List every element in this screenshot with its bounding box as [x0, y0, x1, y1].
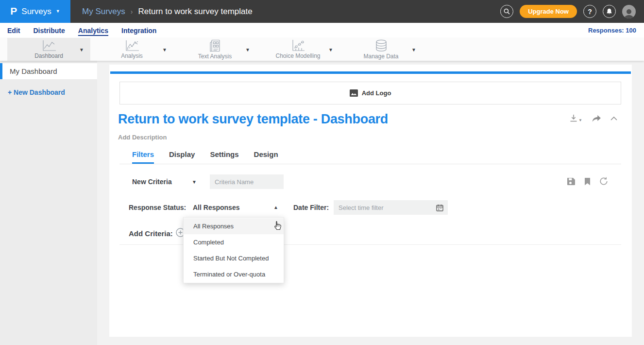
menu-item-terminated-overquota[interactable]: Terminated or Over-quota — [184, 266, 284, 282]
chevron-down-icon[interactable]: ▼ — [411, 47, 416, 52]
menu-item-all-responses[interactable]: All Responses — [184, 218, 284, 234]
text-analysis-icon — [209, 39, 221, 52]
reset-criteria-button[interactable] — [599, 177, 608, 186]
search-button[interactable] — [500, 5, 513, 18]
add-logo-dropzone[interactable]: Add Logo — [119, 82, 621, 104]
response-status-label: Response Status: — [129, 204, 186, 211]
tab-settings[interactable]: Settings — [210, 150, 238, 164]
chevron-down-icon: ▼ — [56, 9, 60, 14]
toolbar-label: Dashboard — [34, 52, 63, 59]
tab-display[interactable]: Display — [169, 150, 195, 164]
share-button[interactable] — [592, 115, 601, 122]
add-logo-label: Add Logo — [362, 89, 391, 97]
dashboard-chart-icon — [41, 40, 57, 52]
tab-filters[interactable]: Filters — [132, 150, 154, 164]
breadcrumb-my-surveys[interactable]: My Surveys — [82, 7, 125, 17]
bell-icon — [606, 8, 612, 15]
breadcrumb-current: Return to work survey template — [138, 7, 252, 17]
analysis-chart-icon — [124, 40, 140, 52]
topbar-actions: Upgrade Now ? — [500, 5, 644, 18]
response-status-dropdown[interactable]: All Responses — [193, 204, 239, 211]
product-switcher[interactable]: P Surveys ▼ — [0, 0, 70, 23]
dashboard-actions: ▼ — [570, 114, 617, 122]
product-name: Surveys — [21, 7, 51, 17]
add-criteria-label: Add Criteria: — [129, 229, 173, 238]
bookmark-icon — [584, 177, 591, 186]
nav-item-integration[interactable]: Integration — [121, 27, 156, 34]
image-icon — [350, 89, 358, 97]
calendar-icon — [436, 204, 443, 211]
nav-item-edit[interactable]: Edit — [7, 27, 20, 34]
questionpro-logo: P — [10, 5, 17, 17]
choice-modelling-icon — [291, 39, 305, 52]
new-dashboard-button[interactable]: + New Dashboard — [8, 88, 97, 96]
toolbar-item-choice-modelling[interactable]: Choice Modelling ▼ — [256, 38, 339, 61]
upgrade-now-button[interactable]: Upgrade Now — [520, 5, 577, 18]
chevron-down-icon: ▼ — [578, 118, 582, 122]
toolbar-label: Analysis — [121, 52, 143, 59]
database-icon — [375, 39, 388, 52]
sidebar-item-my-dashboard[interactable]: My Dashboard — [0, 63, 97, 79]
dashboard-sidebar: My Dashboard + New Dashboard — [0, 61, 97, 345]
reset-icon — [599, 177, 608, 186]
analytics-toolbar: Dashboard ▼ Analysis ▼ Text Analysis ▼ C… — [0, 38, 644, 61]
criteria-type-dropdown[interactable]: New Criteria — [132, 178, 172, 186]
nav-item-distribute[interactable]: Distribute — [33, 27, 65, 34]
question-mark-icon: ? — [588, 8, 592, 16]
survey-nav: Edit Distribute Analytics Integration Re… — [0, 23, 644, 38]
tabs-divider — [119, 164, 621, 164]
topbar: P Surveys ▼ My Surveys › Return to work … — [0, 0, 644, 23]
notifications-button[interactable] — [603, 5, 616, 18]
settings-tabs: Filters Display Settings Design — [132, 150, 278, 164]
add-description-button[interactable]: Add Description — [118, 134, 167, 141]
toolbar-item-dashboard[interactable]: Dashboard ▼ — [7, 38, 90, 61]
avatar-silhouette-icon — [623, 8, 635, 18]
toolbar-label: Choice Modelling — [275, 52, 320, 59]
toolbar-item-analysis[interactable]: Analysis ▼ — [90, 38, 173, 61]
chevron-down-icon[interactable]: ▼ — [79, 47, 84, 52]
chevron-down-icon[interactable]: ▼ — [245, 47, 250, 52]
breadcrumb-separator: › — [131, 8, 133, 16]
chevron-up-icon — [610, 117, 617, 121]
accent-bar — [110, 71, 631, 74]
toolbar-item-manage-data[interactable]: Manage Data ▼ — [339, 38, 423, 61]
save-criteria-button[interactable] — [567, 177, 576, 186]
toolbar-label: Manage Data — [363, 53, 398, 60]
chevron-down-icon[interactable]: ▼ — [328, 47, 333, 52]
date-filter-label: Date Filter: — [293, 204, 329, 211]
toolbar-item-text-analysis[interactable]: Text Analysis ▼ — [173, 38, 256, 61]
page-title: Return to work survey template - Dashboa… — [118, 112, 388, 127]
calendar-button[interactable] — [436, 204, 448, 211]
responses-count[interactable]: Responses: 100 — [588, 27, 644, 34]
download-button[interactable]: ▼ — [570, 114, 582, 122]
menu-item-started-not-completed[interactable]: Started But Not Completed — [184, 250, 284, 266]
menu-item-completed[interactable]: Completed — [184, 234, 284, 250]
search-icon — [504, 8, 510, 15]
share-icon — [592, 115, 601, 122]
criteria-actions — [567, 177, 608, 186]
chevron-down-icon[interactable]: ▼ — [192, 179, 197, 185]
date-filter-field — [334, 200, 448, 215]
download-icon — [570, 114, 577, 122]
date-filter-input[interactable] — [334, 200, 436, 215]
toolbar-label: Text Analysis — [198, 53, 232, 60]
tab-design[interactable]: Design — [254, 150, 278, 164]
dashboard-panel: Add Logo Return to work survey template … — [109, 65, 632, 337]
chevron-up-icon[interactable]: ▲ — [273, 205, 278, 210]
response-status-menu: All Responses Completed Started But Not … — [183, 217, 284, 283]
bookmark-criteria-button[interactable] — [584, 177, 591, 186]
breadcrumb: My Surveys › Return to work survey templ… — [82, 7, 253, 17]
nav-item-analytics[interactable]: Analytics — [78, 27, 108, 34]
criteria-name-input[interactable] — [210, 174, 284, 189]
collapse-button[interactable] — [610, 117, 617, 121]
chevron-down-icon[interactable]: ▼ — [162, 47, 167, 52]
save-icon — [567, 177, 576, 186]
help-button[interactable]: ? — [583, 5, 596, 18]
user-avatar[interactable] — [622, 5, 636, 18]
